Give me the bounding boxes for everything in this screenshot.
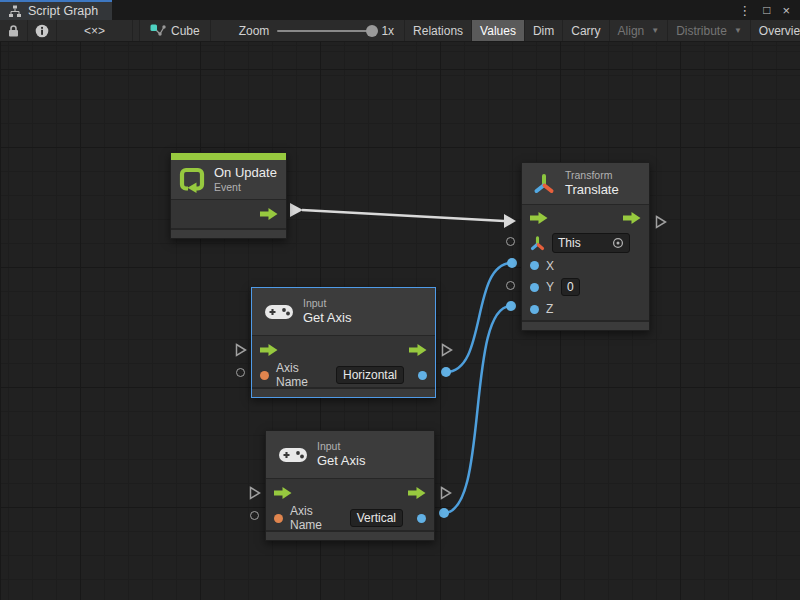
wire-onupdate-translate[interactable] bbox=[302, 210, 504, 221]
carry-label: Carry bbox=[571, 24, 600, 38]
value-in-port-x[interactable] bbox=[530, 261, 539, 270]
axis-name-port[interactable] bbox=[274, 514, 283, 523]
port-label-z: Z bbox=[546, 302, 553, 316]
distribute-label: Distribute bbox=[676, 24, 727, 38]
maximize-icon[interactable]: □ bbox=[759, 3, 774, 17]
axis-name-label: Axis Name bbox=[290, 504, 343, 532]
flow-out-unconnected[interactable] bbox=[655, 215, 667, 229]
zoom-slider[interactable] bbox=[277, 30, 373, 32]
window-controls: ⋮ □ × bbox=[734, 0, 800, 20]
window-tab-bar: Script Graph ⋮ □ × bbox=[0, 0, 800, 20]
window-menu-icon[interactable]: ⋮ bbox=[734, 3, 755, 18]
relations-label: Relations bbox=[413, 24, 463, 38]
transform-port-icon[interactable] bbox=[530, 236, 545, 251]
target-port-unconnected[interactable] bbox=[506, 237, 515, 246]
node-subtitle: Input bbox=[317, 440, 365, 453]
zoom-value: 1x bbox=[381, 24, 394, 38]
align-button[interactable]: Align ▼ bbox=[610, 20, 669, 41]
flow-out-port[interactable] bbox=[409, 344, 427, 356]
target-object-field[interactable]: This bbox=[552, 233, 630, 253]
dim-label: Dim bbox=[533, 24, 554, 38]
port-label-y: Y bbox=[546, 280, 554, 294]
wire-endpoint-dot[interactable] bbox=[441, 367, 451, 377]
y-port-unconnected[interactable] bbox=[506, 281, 515, 290]
align-label: Align bbox=[618, 24, 645, 38]
zoom-label: Zoom bbox=[239, 24, 270, 38]
node-on-update[interactable]: On Update Event bbox=[170, 152, 287, 239]
node-translate[interactable]: Transform Translate This bbox=[521, 162, 650, 331]
axis-name-unconnected[interactable] bbox=[250, 511, 259, 520]
wire-endpoint-dot[interactable] bbox=[506, 301, 516, 311]
node-footer bbox=[522, 320, 649, 330]
object-picker-icon[interactable] bbox=[612, 237, 624, 249]
gamepad-icon bbox=[264, 303, 294, 321]
wire-endpoint-dot[interactable] bbox=[507, 258, 517, 268]
node-get-axis-horizontal[interactable]: Input Get Axis Axis Name Horizontal bbox=[251, 287, 436, 398]
flow-wire-arrowhead bbox=[504, 214, 516, 228]
tab-script-graph[interactable]: Script Graph bbox=[0, 0, 112, 20]
flow-in-unconnected[interactable] bbox=[249, 486, 261, 500]
wire-endpoint-dot[interactable] bbox=[439, 508, 449, 518]
value-in-port-z[interactable] bbox=[530, 305, 539, 314]
axis-name-unconnected[interactable] bbox=[236, 368, 245, 377]
wire-vertical-z[interactable] bbox=[444, 306, 511, 513]
info-icon bbox=[35, 24, 49, 38]
node-title: Translate bbox=[565, 182, 619, 198]
graph-asset-icon bbox=[150, 24, 166, 38]
flow-wire-source-triangle[interactable] bbox=[290, 203, 303, 217]
code-view-label: <×> bbox=[84, 24, 105, 38]
toolbar-buttons: Relations Values Dim Carry Align ▼ Distr… bbox=[404, 20, 800, 41]
flow-out-unconnected[interactable] bbox=[440, 486, 452, 500]
flow-in-port[interactable] bbox=[530, 212, 548, 224]
carry-button[interactable]: Carry bbox=[563, 20, 609, 41]
graph-reference[interactable]: Cube bbox=[139, 20, 211, 41]
node-subtitle: Event bbox=[214, 181, 277, 194]
values-button[interactable]: Values bbox=[472, 20, 525, 41]
axis-name-field[interactable]: Horizontal bbox=[336, 366, 404, 384]
target-object-value: This bbox=[558, 236, 581, 250]
close-icon[interactable]: × bbox=[778, 3, 794, 18]
node-subtitle: Input bbox=[303, 297, 351, 310]
flow-out-port[interactable] bbox=[408, 487, 426, 499]
script-graph-icon bbox=[8, 5, 22, 18]
node-title: Get Axis bbox=[317, 453, 365, 469]
flow-out-port[interactable] bbox=[623, 212, 641, 224]
flow-in-port[interactable] bbox=[274, 487, 292, 499]
node-subtitle: Transform bbox=[565, 169, 619, 182]
loop-event-icon bbox=[179, 167, 205, 193]
lock-button[interactable] bbox=[0, 20, 28, 41]
distribute-button[interactable]: Distribute ▼ bbox=[668, 20, 751, 41]
axis-name-field[interactable]: Vertical bbox=[350, 509, 403, 527]
wire-horizontal-x[interactable] bbox=[446, 263, 512, 372]
flow-out-unconnected[interactable] bbox=[441, 343, 453, 357]
value-out-port[interactable] bbox=[418, 371, 427, 380]
tab-title: Script Graph bbox=[28, 4, 98, 18]
graph-reference-label: Cube bbox=[171, 24, 200, 38]
relations-button[interactable]: Relations bbox=[404, 20, 472, 41]
info-button[interactable] bbox=[28, 20, 57, 41]
chevron-down-icon: ▼ bbox=[734, 26, 742, 35]
port-label-x: X bbox=[546, 259, 554, 273]
flow-in-unconnected[interactable] bbox=[235, 343, 247, 357]
flow-out-port[interactable] bbox=[260, 208, 278, 220]
value-out-port[interactable] bbox=[417, 514, 426, 523]
gamepad-icon bbox=[278, 446, 308, 464]
flow-triangle-icon bbox=[655, 215, 667, 229]
flow-triangle-icon bbox=[249, 486, 261, 500]
flow-in-port[interactable] bbox=[260, 344, 278, 356]
code-view-button[interactable]: <×> bbox=[57, 20, 133, 41]
dim-button[interactable]: Dim bbox=[525, 20, 563, 41]
axis-name-port[interactable] bbox=[260, 371, 269, 380]
node-get-axis-vertical[interactable]: Input Get Axis Axis Name Vertical bbox=[265, 430, 435, 541]
overview-button[interactable]: Overview bbox=[751, 20, 800, 41]
node-title: On Update bbox=[214, 165, 277, 181]
node-title: Get Axis bbox=[303, 310, 351, 326]
value-in-port-y[interactable] bbox=[530, 283, 539, 292]
zoom-slider-handle[interactable] bbox=[366, 25, 378, 37]
y-value-field[interactable]: 0 bbox=[561, 278, 580, 296]
flow-triangle-icon bbox=[440, 486, 452, 500]
overview-label: Overview bbox=[759, 24, 800, 38]
graph-canvas[interactable]: On Update Event Transform Translate bbox=[0, 42, 800, 600]
lock-icon bbox=[7, 24, 20, 38]
chevron-down-icon: ▼ bbox=[651, 26, 659, 35]
